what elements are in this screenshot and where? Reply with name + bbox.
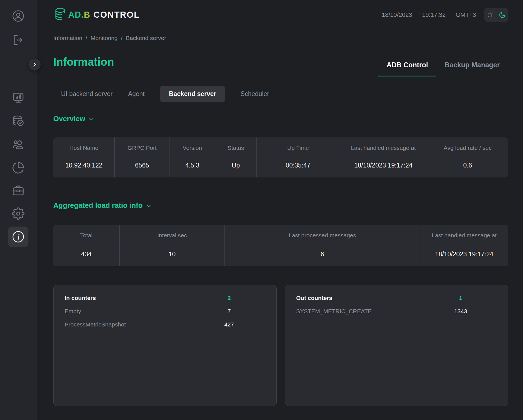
sidebar-item-settings[interactable]: [12, 207, 25, 220]
aggregated-column-header: Last processed messages: [289, 232, 356, 239]
counter-value: 1343: [454, 305, 467, 318]
current-date: 18/10/2023: [382, 11, 412, 18]
overview-cell-value: 6565: [135, 162, 149, 169]
theme-toggle: [484, 8, 508, 22]
logout-icon: [12, 34, 24, 46]
title-row: Information ADB Control Backup Manager: [53, 56, 508, 76]
in-counters-card: In counters 2 Empty 7 ProcessMetricSnaps…: [53, 285, 277, 406]
subtab-ui-backend-server[interactable]: UI backend server: [61, 90, 113, 98]
overview-table-cell: Host Name 10.92.40.122: [53, 137, 115, 177]
in-counters-count: 2: [228, 294, 231, 302]
overview-section-header[interactable]: Overview: [53, 115, 95, 123]
overview-cell-value: 0.6: [463, 162, 472, 169]
counter-row: Empty 7: [65, 305, 265, 318]
in-counters-header: In counters 2: [65, 294, 265, 302]
overview-table: Host Name 10.92.40.122 GRPC Port 6565 Ve…: [53, 137, 508, 177]
in-counters-title: In counters: [65, 295, 96, 301]
overview-section-title: Overview: [53, 115, 85, 123]
chevron-down-icon: [146, 203, 152, 209]
aggregated-table: Total 434 Interval,sec 10 Last processed…: [53, 225, 508, 266]
user-icon: [12, 10, 25, 22]
breadcrumb-backend-server: Backend server: [126, 35, 166, 41]
aggregated-table-cell: Last handled message at 18/10/2023 19:17…: [420, 225, 508, 266]
overview-cell-value: 18/10/2023 19:17:24: [354, 162, 413, 169]
aggregated-cell-value: 434: [81, 251, 92, 258]
overview-column-header: Host Name: [69, 145, 98, 151]
subtab-backend-server[interactable]: Backend server: [160, 86, 225, 102]
counter-label: ProcessMetricSnapshot: [65, 321, 126, 328]
top-bar: AD.B CONTROL 18/10/2023 19:17:32 GMT+3: [53, 8, 508, 22]
current-time: 19:17:32: [422, 11, 446, 18]
moon-icon: [499, 11, 506, 18]
overview-table-cell: Up Time 00:35:47: [257, 137, 340, 177]
breadcrumb-information[interactable]: Information: [53, 35, 82, 41]
sidebar-item-profile[interactable]: [12, 10, 25, 22]
settings-gear-icon: [12, 207, 25, 220]
overview-column-header: GRPC Port: [128, 145, 157, 151]
in-counters-rows: Empty 7 ProcessMetricSnapshot 427: [65, 305, 265, 331]
top-tabs: ADB Control Backup Manager: [378, 61, 508, 76]
aggregated-cell-value: 10: [168, 251, 176, 258]
dark-theme-button[interactable]: [499, 11, 506, 18]
svg-text:i: i: [17, 233, 20, 241]
subtab-agent[interactable]: Agent: [128, 90, 145, 98]
main-content: AD.B CONTROL 18/10/2023 19:17:32 GMT+3: [37, 0, 523, 420]
overview-column-header: Version: [183, 145, 202, 151]
logo-text-secondary: CONTROL: [94, 10, 140, 20]
sidebar-item-information-active[interactable]: i: [8, 227, 28, 247]
info-icon: i: [12, 230, 25, 243]
server-subtabs: UI backend server Agent Backend server S…: [53, 86, 508, 102]
sidebar-item-monitoring[interactable]: [12, 91, 25, 104]
datetime-block: 18/10/2023 19:17:32 GMT+3: [372, 8, 508, 22]
counter-value: 7: [228, 305, 231, 318]
app-logo[interactable]: AD.B CONTROL: [53, 7, 140, 23]
aggregated-table-cell: Total 434: [53, 225, 120, 266]
counter-row: SYSTEM_METRIC_CREATE 1343: [296, 305, 497, 318]
breadcrumb-monitoring[interactable]: Monitoring: [91, 35, 118, 41]
users-icon: [12, 138, 25, 151]
page-title: Information: [53, 56, 114, 76]
overview-cell-value: 4.5.3: [185, 162, 199, 169]
overview-cell-value: 00:35:47: [286, 162, 311, 169]
overview-cell-value: 10.92.40.122: [65, 162, 102, 169]
counter-label: Empty: [65, 308, 81, 314]
out-counters-title: Out counters: [296, 295, 332, 301]
app-title: AD.B CONTROL: [68, 10, 140, 20]
counters-row: In counters 2 Empty 7 ProcessMetricSnaps…: [53, 285, 508, 406]
overview-table-cell: Status Up: [215, 137, 257, 177]
breadcrumb-separator: /: [86, 35, 87, 41]
sidebar-item-projects[interactable]: [12, 184, 25, 197]
overview-column-header: Avg load rate / sec: [444, 145, 492, 151]
overview-table-cell: GRPC Port 6565: [115, 137, 170, 177]
aggregated-cell-value: 6: [321, 251, 324, 258]
pie-chart-icon: [12, 161, 25, 174]
aggregated-cell-value: 18/10/2023 19:17:24: [435, 251, 493, 258]
subtab-scheduler[interactable]: Scheduler: [241, 90, 269, 98]
tab-adb-control[interactable]: ADB Control: [378, 61, 436, 76]
sidebar-expand-button[interactable]: [28, 59, 41, 71]
chevron-down-icon: [88, 116, 95, 123]
sidebar-item-database-backup[interactable]: [12, 115, 25, 127]
aggregated-table-cell: Interval,sec 10: [120, 225, 224, 266]
light-theme-button[interactable]: [487, 11, 494, 18]
aggregated-section-header[interactable]: Aggregated load ratio info: [53, 201, 152, 210]
logo-text-accent: B: [84, 10, 90, 20]
aggregated-column-header: Total: [80, 232, 93, 239]
out-counters-header: Out counters 1: [296, 294, 497, 302]
aggregated-column-header: Last handled message at: [432, 232, 497, 239]
timezone: GMT+3: [456, 11, 476, 18]
overview-table-cell: Version 4.5.3: [170, 137, 215, 177]
counter-row: ProcessMetricSnapshot 427: [65, 318, 265, 331]
sidebar-item-logout[interactable]: [12, 34, 24, 46]
sidebar-item-users[interactable]: [12, 138, 25, 151]
monitoring-icon: [12, 91, 25, 104]
overview-table-cell: Last handled message at 18/10/2023 19:17…: [340, 137, 427, 177]
sidebar-item-analytics[interactable]: [12, 161, 25, 174]
overview-column-header: Up Time: [287, 145, 309, 151]
chevron-right-icon: [32, 62, 37, 67]
tab-backup-manager[interactable]: Backup Manager: [436, 61, 508, 76]
database-logo-icon: [53, 7, 67, 23]
breadcrumb: Information / Monitoring / Backend serve…: [53, 35, 508, 41]
aggregated-table-cell: Last processed messages 6: [225, 225, 420, 266]
sun-icon: [487, 11, 494, 18]
